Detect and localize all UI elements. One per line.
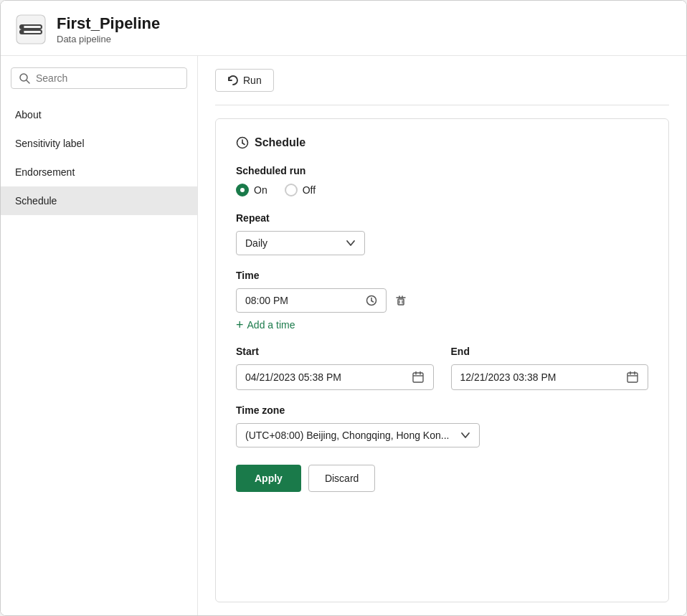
main-content: Run Schedule Scheduled run	[198, 56, 686, 615]
chevron-down-icon	[346, 238, 356, 248]
plus-icon: +	[236, 318, 244, 331]
radio-off[interactable]: Off	[285, 184, 316, 196]
scheduled-run-label: Scheduled run	[236, 165, 648, 176]
svg-point-4	[21, 30, 24, 34]
calendar-icon-start	[412, 371, 425, 384]
start-input[interactable]: 04/21/2023 05:38 PM	[236, 364, 434, 390]
run-button[interactable]: Run	[215, 69, 274, 92]
search-box[interactable]	[11, 67, 187, 89]
start-label: Start	[236, 346, 434, 357]
schedule-header: Schedule	[236, 136, 648, 149]
time-input[interactable]: 08:00 PM	[236, 288, 387, 313]
end-field: End 12/21/2023 03:38 PM	[451, 346, 649, 390]
scheduled-run-group: Scheduled run On Off	[236, 165, 648, 196]
svg-line-9	[242, 143, 245, 145]
main-window: First_Pipeline Data pipeline About Sensi…	[0, 0, 687, 616]
button-row: Apply Discard	[236, 465, 648, 492]
body: About Sensitivity label Endorsement Sche…	[1, 56, 686, 615]
svg-line-6	[27, 80, 29, 83]
header: First_Pipeline Data pipeline	[1, 1, 686, 56]
end-input[interactable]: 12/21/2023 03:38 PM	[451, 364, 649, 390]
timezone-label: Time zone	[236, 404, 648, 416]
timezone-select[interactable]: (UTC+08:00) Beijing, Chongqing, Hong Kon…	[236, 423, 480, 447]
schedule-panel: Schedule Scheduled run On Off	[215, 118, 669, 602]
date-row: Start 04/21/2023 05:38 PM E	[236, 346, 648, 390]
timezone-group: Time zone (UTC+08:00) Beijing, Chongqing…	[236, 404, 648, 447]
svg-rect-19	[413, 373, 423, 382]
run-icon	[227, 75, 239, 86]
clock-icon	[366, 295, 377, 306]
start-field: Start 04/21/2023 05:38 PM	[236, 346, 434, 390]
sidebar-item-about[interactable]: About	[1, 100, 197, 129]
svg-rect-23	[627, 373, 638, 382]
radio-group: On Off	[236, 184, 648, 196]
calendar-icon-end	[626, 371, 639, 384]
pipeline-subtitle: Data pipeline	[57, 34, 160, 44]
toolbar: Run	[215, 69, 669, 92]
pipeline-title: First_Pipeline	[57, 14, 160, 33]
delete-time-icon[interactable]	[394, 293, 408, 308]
svg-point-3	[21, 25, 24, 29]
search-icon	[19, 72, 30, 84]
repeat-group: Repeat Daily	[236, 212, 648, 255]
sidebar-item-schedule[interactable]: Schedule	[1, 186, 197, 215]
time-group: Time 08:00 PM	[236, 270, 648, 331]
search-input[interactable]	[36, 72, 179, 84]
time-label: Time	[236, 270, 648, 281]
discard-button[interactable]: Discard	[308, 465, 375, 492]
sidebar: About Sensitivity label Endorsement Sche…	[1, 56, 198, 615]
sidebar-item-endorsement[interactable]: Endorsement	[1, 158, 197, 186]
sidebar-item-sensitivity-label[interactable]: Sensitivity label	[1, 129, 197, 158]
svg-line-12	[371, 301, 374, 303]
schedule-clock-icon	[236, 136, 249, 149]
radio-on[interactable]: On	[236, 184, 267, 196]
pipeline-icon	[15, 14, 47, 45]
header-text: First_Pipeline Data pipeline	[57, 14, 160, 44]
end-label: End	[451, 346, 649, 357]
repeat-label: Repeat	[236, 212, 648, 224]
chevron-down-icon-tz	[460, 430, 470, 440]
divider	[215, 105, 669, 105]
add-time-link[interactable]: + Add a time	[236, 318, 648, 331]
radio-off-circle	[285, 184, 298, 196]
repeat-select[interactable]: Daily	[236, 231, 365, 255]
time-row: 08:00 PM	[236, 288, 648, 313]
svg-rect-13	[398, 299, 404, 305]
radio-on-circle	[236, 184, 249, 196]
apply-button[interactable]: Apply	[236, 465, 301, 492]
